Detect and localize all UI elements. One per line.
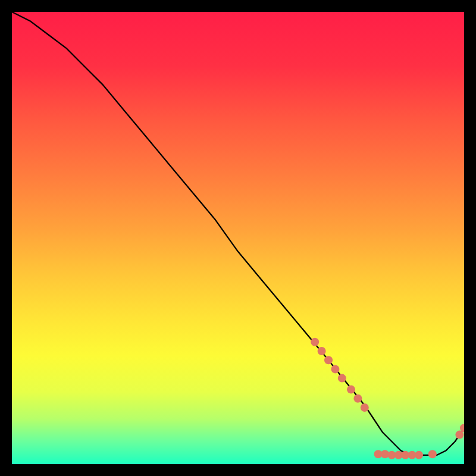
data-marker bbox=[361, 403, 369, 412]
data-marker bbox=[415, 451, 423, 459]
data-marker bbox=[455, 431, 464, 439]
data-marker bbox=[347, 386, 355, 394]
data-marker bbox=[331, 365, 339, 373]
chart-frame: TheBottleneck.com bbox=[12, 12, 464, 464]
data-marker bbox=[338, 374, 346, 383]
data-marker bbox=[324, 356, 333, 364]
data-marker bbox=[311, 338, 319, 346]
data-marker bbox=[353, 394, 362, 403]
data-marker bbox=[318, 347, 326, 355]
chart-svg bbox=[12, 12, 464, 464]
chart-background bbox=[12, 12, 464, 464]
data-marker bbox=[428, 450, 437, 458]
